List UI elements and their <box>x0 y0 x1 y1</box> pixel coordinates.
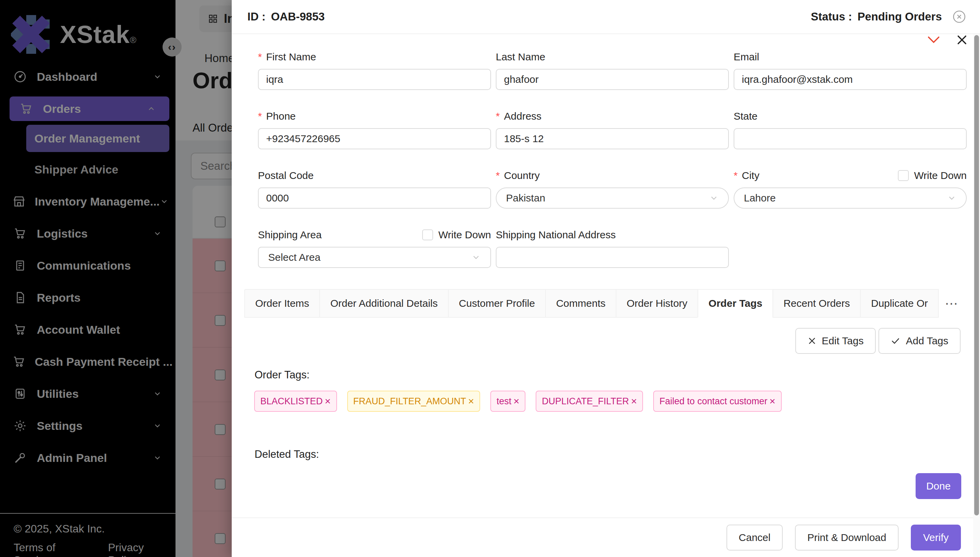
status-label: Status : <box>811 10 852 23</box>
drawer-header: ID : OAB-9853 Status : Pending Orders <box>232 0 980 34</box>
order-id-value: OAB-9853 <box>271 10 325 23</box>
first-name-input[interactable] <box>258 69 491 90</box>
email-input[interactable] <box>734 69 967 90</box>
order-id-label: ID : <box>247 10 265 23</box>
close-icon <box>808 336 816 345</box>
phone-label: Phone <box>258 111 296 122</box>
city-write-down: Write Down <box>898 170 967 181</box>
country-label: Country <box>496 170 540 181</box>
shipping-area-field: Shipping Area Write Down Select Area <box>258 228 491 268</box>
state-field: State <box>734 110 967 149</box>
shipping-national-address-field: Shipping National Address <box>496 228 729 268</box>
city-field: City Write Down Lahore <box>734 169 967 208</box>
shipping-area-label: Shipping Area <box>258 229 322 241</box>
first-name-field: First Name <box>258 50 491 90</box>
drawer-close-icon[interactable] <box>952 10 966 24</box>
postal-code-input[interactable] <box>258 187 491 208</box>
cancel-button[interactable]: Cancel <box>726 524 783 550</box>
postal-code-field: Postal Code <box>258 169 491 208</box>
order-tags-list: BLACKLISTED× FRAUD_FILTER_AMOUNT× test× … <box>254 391 782 412</box>
check-icon <box>891 336 900 346</box>
remove-tag-icon[interactable]: × <box>631 396 637 407</box>
last-name-field: Last Name <box>496 50 729 90</box>
status-value: Pending Orders <box>857 10 942 23</box>
remove-tag-icon[interactable]: × <box>325 396 331 407</box>
edit-tags-button[interactable]: Edit Tags <box>795 328 876 354</box>
detail-tabs: Order Items Order Additional Details Cus… <box>244 289 964 318</box>
order-detail-drawer: ID : OAB-9853 Status : Pending Orders Fi… <box>232 0 980 557</box>
scrollbar-thumb[interactable] <box>974 35 979 515</box>
tab-duplicate-orders[interactable]: Duplicate Or <box>860 289 939 318</box>
order-tags-label: Order Tags: <box>255 369 309 381</box>
postal-code-label: Postal Code <box>258 170 314 181</box>
country-field: Country Pakistan <box>496 169 729 208</box>
country-select[interactable]: Pakistan <box>496 187 729 208</box>
tabs-overflow-icon[interactable]: ⋯ <box>939 289 964 318</box>
address-input[interactable] <box>496 128 729 149</box>
state-label: State <box>734 111 757 122</box>
tab-recent-orders[interactable]: Recent Orders <box>772 289 861 318</box>
tag-blacklisted: BLACKLISTED× <box>254 391 337 412</box>
state-input[interactable] <box>734 128 967 149</box>
phone-input[interactable] <box>258 128 491 149</box>
shipping-area-select[interactable]: Select Area <box>258 247 491 268</box>
tab-order-items[interactable]: Order Items <box>244 289 320 318</box>
tag-failed-to-contact-customer: Failed to contact customer× <box>653 391 781 412</box>
city-label: City <box>734 170 759 181</box>
print-download-button[interactable]: Print & Download <box>795 524 899 550</box>
shipping-national-address-label: Shipping National Address <box>496 229 616 241</box>
shipping-area-write-down-label: Write Down <box>439 229 491 241</box>
city-select[interactable]: Lahore <box>734 187 967 208</box>
last-name-label: Last Name <box>496 51 545 63</box>
city-write-down-checkbox[interactable] <box>898 170 909 181</box>
chevron-down-icon <box>471 252 481 262</box>
remove-tag-icon[interactable]: × <box>468 396 475 407</box>
remove-tag-icon[interactable]: × <box>769 396 775 407</box>
screen: XStak® Dashboard Orders Order Management <box>0 0 980 557</box>
tag-actions: Edit Tags Add Tags <box>795 328 960 354</box>
drawer-footer: Cancel Print & Download Verify <box>232 518 980 557</box>
deleted-tags-label: Deleted Tags: <box>255 448 319 461</box>
tab-comments[interactable]: Comments <box>545 289 616 318</box>
close-section-icon[interactable] <box>956 34 968 47</box>
address-field: Address <box>496 110 729 149</box>
add-tags-button[interactable]: Add Tags <box>878 328 960 354</box>
shipping-area-write-down-checkbox[interactable] <box>422 230 433 240</box>
verify-button[interactable]: Verify <box>911 524 961 550</box>
last-name-input[interactable] <box>496 69 729 90</box>
collapse-section-icon[interactable] <box>927 34 941 47</box>
first-name-label: First Name <box>258 51 316 63</box>
chevron-down-icon <box>709 193 718 203</box>
tab-order-additional-details[interactable]: Order Additional Details <box>319 289 449 318</box>
email-label: Email <box>734 51 759 63</box>
tag-fraud-filter-amount: FRAUD_FILTER_AMOUNT× <box>347 391 481 412</box>
address-label: Address <box>496 111 541 122</box>
city-write-down-label: Write Down <box>914 170 967 181</box>
phone-field: Phone <box>258 110 491 149</box>
tab-order-tags[interactable]: Order Tags <box>697 289 773 318</box>
chevron-down-icon <box>947 193 957 203</box>
remove-tag-icon[interactable]: × <box>514 396 520 407</box>
tab-customer-profile[interactable]: Customer Profile <box>448 289 546 318</box>
order-id: ID : OAB-9853 <box>247 10 325 23</box>
shipping-area-write-down: Write Down <box>422 229 491 241</box>
tag-test: test× <box>490 391 525 412</box>
tag-duplicate-filter: DUPLICATE_FILTER× <box>536 391 643 412</box>
tab-order-history[interactable]: Order History <box>616 289 698 318</box>
order-status: Status : Pending Orders <box>811 10 966 24</box>
done-button[interactable]: Done <box>916 473 961 499</box>
shipping-national-address-input[interactable] <box>496 247 729 268</box>
email-field: Email <box>734 50 967 90</box>
